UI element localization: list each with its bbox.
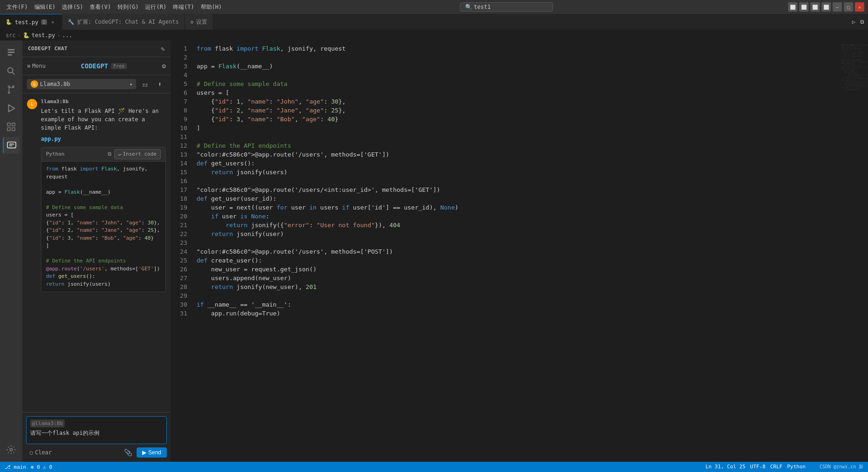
insert-code-btn[interactable]: ↵ Insert code xyxy=(114,149,161,160)
menu-file[interactable]: 文件(F) xyxy=(4,2,31,12)
editor-line: return jsonify(user) xyxy=(192,229,831,238)
svg-line-4 xyxy=(12,72,14,74)
send-icon: ▶ xyxy=(142,449,146,456)
editor-line xyxy=(192,238,831,247)
copy-code-btn[interactable]: ⧉ xyxy=(108,149,112,160)
codegpt-tab-icon: 🔧 xyxy=(68,19,74,25)
insert-icon: ↵ xyxy=(118,151,122,158)
svg-point-3 xyxy=(8,68,13,73)
attach-btn[interactable]: 📎 xyxy=(123,447,134,458)
activity-search[interactable] xyxy=(3,63,20,79)
code-editor[interactable]: from flask import Flask, jsonify, reques… xyxy=(192,40,831,462)
split-icon[interactable]: ⧉ xyxy=(860,19,864,25)
svg-point-6 xyxy=(8,92,10,94)
status-errors[interactable]: ⊗ 0 ⚠ 0 xyxy=(31,464,52,470)
breadcrumb-symbol[interactable]: ... xyxy=(62,32,72,39)
svg-marker-8 xyxy=(9,105,15,112)
chat-input-actions: ○ Clear 📎 ▶ Send xyxy=(26,447,167,458)
activity-explorer[interactable] xyxy=(3,44,20,61)
tab-settings[interactable]: ⚙ 设置 xyxy=(185,14,214,30)
minimize-btn[interactable]: — xyxy=(833,2,842,12)
status-line-ending[interactable]: CRLF xyxy=(770,464,783,470)
settings-tab-icon: ⚙ xyxy=(191,19,194,25)
tab-close-test-py[interactable]: ✕ xyxy=(50,19,56,26)
tab-test-py[interactable]: 🐍 test.py 1 ✕ xyxy=(0,14,62,30)
layout-btn-4[interactable]: ⬜ xyxy=(822,2,831,12)
sidebar-header-actions: ✎ xyxy=(161,45,165,52)
activity-source-control[interactable] xyxy=(3,81,20,98)
activity-extensions[interactable] xyxy=(3,118,20,135)
svg-rect-0 xyxy=(8,49,15,51)
editor-line: # Define some sample data xyxy=(192,79,831,88)
code-block: Python ⧉ ↵ Insert code xyxy=(41,147,166,293)
code-block-header: Python ⧉ ↵ Insert code xyxy=(41,147,165,162)
status-language[interactable]: Python xyxy=(787,464,806,470)
activity-run-debug[interactable] xyxy=(3,100,20,117)
chat-input-text[interactable]: 请写一个flask api的示例 xyxy=(30,429,163,437)
svg-point-14 xyxy=(10,448,13,451)
menu-btn[interactable]: ≡ Menu xyxy=(27,63,46,69)
editor-line: # Define the API endpoints xyxy=(192,141,831,150)
menu-help[interactable]: 帮助(H) xyxy=(198,2,225,12)
menu-view[interactable]: 查看(V) xyxy=(87,2,114,12)
filter-btn[interactable]: ⚏ xyxy=(139,78,151,90)
activity-settings[interactable] xyxy=(3,441,20,458)
chat-input-box[interactable]: @llama3:8b 请写一个flask api的示例 xyxy=(26,416,167,444)
editor-line: "color:#c586c0">@app.route('/users/<int:… xyxy=(192,185,831,194)
breadcrumb-sep2: › xyxy=(57,32,60,39)
codegpt-sidebar: CODEGPT CHAT ✎ ≡ Menu CODEGPT Free ⚙ xyxy=(22,40,171,462)
chat-intro-text: Let's tilt a Flask API 🪄 Here's an examp… xyxy=(41,107,166,132)
menu-edit[interactable]: 编辑(E) xyxy=(32,2,59,12)
menu-goto[interactable]: 转到(G) xyxy=(115,2,142,12)
editor-line: new_user = request.get_json() xyxy=(192,265,831,274)
editor-content: 1234567891011121314151617181920212223242… xyxy=(171,40,868,462)
codegpt-logo-text: CODEGPT xyxy=(81,62,108,70)
menu-run[interactable]: 运行(R) xyxy=(142,2,169,12)
breadcrumb: src › 🐍 test.py › ... xyxy=(0,30,868,40)
menu-selection[interactable]: 选择(S) xyxy=(59,2,86,12)
layout-btn-2[interactable]: ⬜ xyxy=(799,2,809,12)
model-icon: L xyxy=(31,80,38,88)
status-branch[interactable]: ⎇ main xyxy=(5,464,26,470)
editor-line: ] xyxy=(192,124,831,132)
editor-line xyxy=(192,53,831,62)
activity-codegpt[interactable] xyxy=(3,137,20,154)
clear-label: Clear xyxy=(35,449,52,456)
code-language: Python xyxy=(46,151,65,158)
ai-avatar: L xyxy=(27,99,37,109)
codegpt-title: CODEGPT CHAT xyxy=(28,46,67,52)
model-selector[interactable]: L Llama3.8b ▾ xyxy=(27,79,136,89)
maximize-btn[interactable]: □ xyxy=(844,2,853,12)
editor-line: {"id": 3, "name": "Bob", "age": 40} xyxy=(192,115,831,124)
clear-button[interactable]: ○ Clear xyxy=(26,448,55,457)
layout-btn-3[interactable]: ⬜ xyxy=(810,2,820,12)
tab-label-codegpt: 扩展: CodeGPT: Chat & AI Agents xyxy=(77,18,179,26)
settings-gear-icon[interactable]: ⚙ xyxy=(162,62,166,70)
editor-line: def get_user(user_id): xyxy=(192,194,831,203)
svg-rect-9 xyxy=(7,123,10,126)
new-chat-icon[interactable]: ✎ xyxy=(161,45,165,52)
chevron-down-icon: ▾ xyxy=(130,82,132,87)
python-file-icon: 🐍 xyxy=(6,19,12,25)
svg-rect-10 xyxy=(12,123,15,126)
breadcrumb-file-icon: 🐍 xyxy=(23,32,30,39)
run-icon[interactable]: ▷ xyxy=(852,19,855,25)
breadcrumb-src[interactable]: src xyxy=(6,32,16,39)
code-block-body: from flask import Flask, jsonify, reques… xyxy=(41,162,165,292)
title-search[interactable]: 🔍 test1 xyxy=(460,2,553,12)
breadcrumb-file[interactable]: test.py xyxy=(32,32,55,39)
close-btn[interactable]: ✕ xyxy=(855,2,864,12)
editor-line: app = Flask(__name__) xyxy=(192,62,831,71)
tab-codegpt[interactable]: 🔧 扩展: CodeGPT: Chat & AI Agents xyxy=(62,14,185,30)
editor-line: return jsonify({"error": "User not found… xyxy=(192,221,831,229)
send-button[interactable]: ▶ Send xyxy=(137,447,167,458)
status-position[interactable]: Ln 31, Col 25 xyxy=(705,464,745,470)
chat-area: L llama3:8b Let's tilt a Flask API 🪄 Her… xyxy=(22,93,171,412)
layout-btn-1[interactable]: ⬜ xyxy=(788,2,797,12)
copy-icon: ⧉ xyxy=(108,151,112,158)
menu-label: Menu xyxy=(32,63,46,69)
upload-btn[interactable]: ⬆ xyxy=(154,78,166,90)
status-encoding[interactable]: UTF-8 xyxy=(750,464,765,470)
editor-line: app.run(debug=True) xyxy=(192,309,831,318)
menu-terminal[interactable]: 终端(T) xyxy=(170,2,197,12)
